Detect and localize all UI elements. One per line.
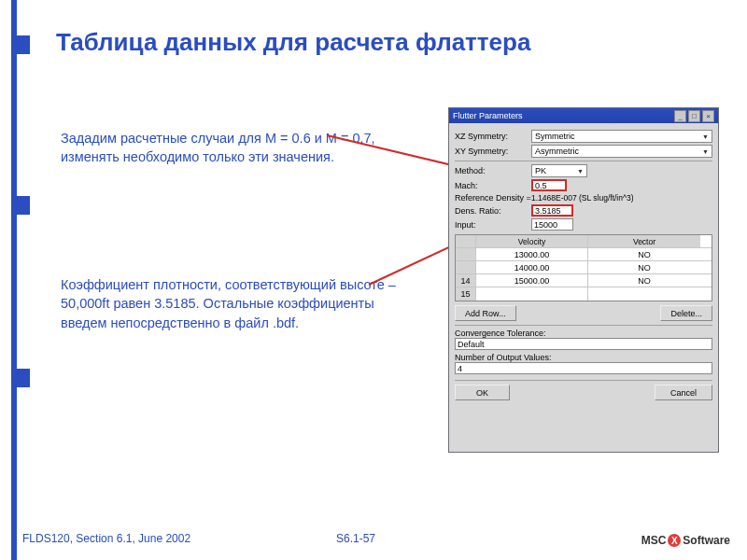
divider	[455, 161, 712, 161]
logo-b: Software	[683, 534, 730, 547]
close-button[interactable]: ×	[702, 110, 714, 122]
input-field[interactable]: 15000	[531, 218, 573, 231]
cancel-button[interactable]: Cancel	[655, 385, 712, 400]
msc-logo: MSC X Software	[641, 534, 730, 547]
table-row[interactable]: 14 15000.00 NO	[456, 274, 712, 287]
row-vector	[588, 287, 700, 301]
footer-center: S6.1-57	[336, 532, 375, 545]
densratio-label: Dens. Ratio:	[455, 206, 531, 216]
method-value: PK	[535, 166, 546, 175]
add-row-button[interactable]: Add Row...	[455, 305, 516, 321]
dialog-title-text: Flutter Parameters	[453, 111, 523, 120]
row-velocity	[476, 287, 588, 301]
bullet-square	[11, 35, 30, 54]
convergence-input[interactable]: Default	[455, 338, 712, 350]
refdensity-label: Reference Density =	[455, 193, 531, 203]
chevron-down-icon: ▼	[702, 133, 709, 140]
row-vector: NO	[588, 274, 700, 287]
row-vector: NO	[588, 248, 700, 260]
xy-symmetry-value: Asymmetric	[535, 147, 579, 156]
row-index	[456, 261, 476, 273]
table-header-index	[456, 235, 476, 247]
densratio-input[interactable]: 3.5185	[531, 204, 573, 217]
chevron-down-icon: ▼	[577, 168, 584, 175]
table-row[interactable]: 14000.00 NO	[456, 261, 712, 274]
bullet-square	[11, 369, 30, 387]
mach-label: Mach:	[455, 181, 531, 190]
table-row[interactable]: 15	[456, 287, 712, 301]
row-velocity: 14000.00	[476, 261, 588, 273]
logo-a: MSC	[641, 534, 667, 547]
maximize-button[interactable]: □	[688, 110, 700, 122]
flutter-dialog: Flutter Parameters _ □ × XZ Symmetry: Sy…	[448, 107, 719, 453]
xz-symmetry-select[interactable]: Symmetric▼	[531, 130, 712, 143]
nout-input[interactable]: 4	[455, 362, 712, 374]
table-header-velocity: Velocity	[476, 235, 588, 247]
page-title: Таблица данных для расчета флаттера	[56, 28, 710, 57]
input-label: Input:	[455, 220, 531, 230]
method-label: Method:	[455, 166, 531, 175]
paragraph-2: Коэффициент плотности, соответствующий в…	[61, 275, 416, 332]
minimize-button[interactable]: _	[674, 110, 686, 122]
row-index: 14	[456, 274, 476, 287]
refdensity-value: 1.1468E-007 (SL slug/ft/in^3)	[531, 193, 634, 203]
xy-symmetry-label: XY Symmetry:	[455, 147, 531, 156]
row-velocity: 13000.00	[476, 248, 588, 260]
dialog-titlebar: Flutter Parameters _ □ ×	[449, 108, 718, 123]
xz-symmetry-label: XZ Symmetry:	[455, 132, 531, 141]
convergence-label: Convergence Tolerance:	[455, 329, 712, 338]
row-index	[456, 248, 476, 260]
row-index: 15	[456, 287, 476, 301]
ok-button[interactable]: OK	[455, 385, 510, 400]
footer-left: FLDS120, Section 6.1, June 2002	[22, 532, 190, 545]
bullet-square	[11, 196, 30, 215]
xz-symmetry-value: Symmetric	[535, 132, 575, 141]
xy-symmetry-select[interactable]: Asymmetric▼	[531, 145, 712, 158]
paragraph-1: Зададим расчетные случаи для M = 0.6 и M…	[61, 129, 406, 167]
row-vector: NO	[588, 261, 700, 273]
chevron-down-icon: ▼	[702, 148, 709, 155]
side-stripe	[11, 0, 17, 560]
row-velocity: 15000.00	[476, 274, 588, 287]
mach-input[interactable]: 0.5	[531, 179, 567, 191]
velocity-table: Velocity Vector 13000.00 NO 14000.00 NO …	[455, 234, 712, 301]
delete-button[interactable]: Delete...	[660, 305, 712, 321]
method-select[interactable]: PK▼	[531, 164, 587, 177]
table-header-vector: Vector	[588, 235, 700, 247]
logo-x-icon: X	[668, 534, 681, 547]
divider	[455, 325, 712, 326]
nout-label: Number of Output Values:	[455, 353, 712, 362]
table-row[interactable]: 13000.00 NO	[456, 248, 712, 261]
divider	[455, 380, 712, 381]
